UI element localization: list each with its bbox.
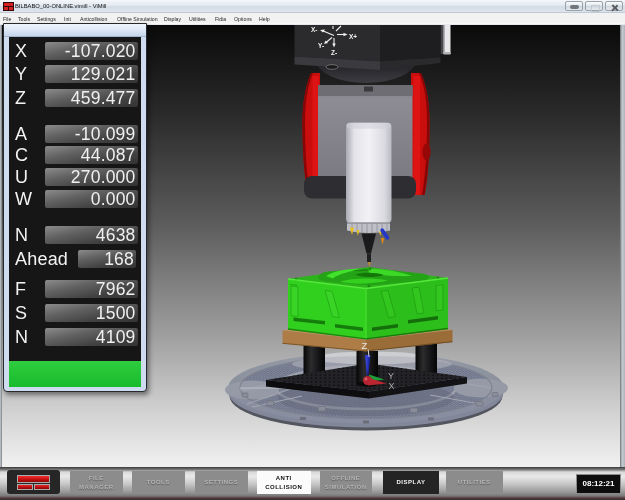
svg-text:Y-: Y- — [318, 42, 324, 49]
svg-text:Z-: Z- — [331, 49, 337, 56]
svg-text:Z: Z — [362, 340, 368, 351]
svg-text:Y: Y — [388, 371, 394, 381]
svg-text:X-: X- — [311, 26, 318, 33]
svg-text:X: X — [389, 381, 395, 391]
svg-text:X+: X+ — [349, 33, 357, 40]
